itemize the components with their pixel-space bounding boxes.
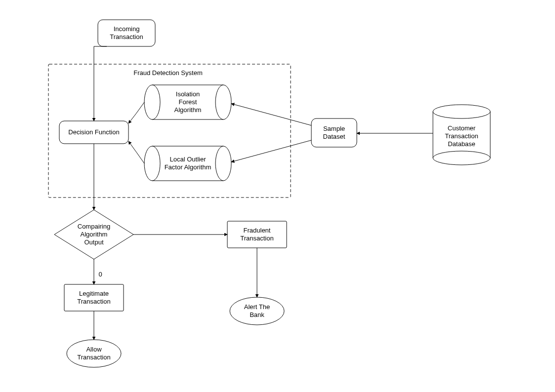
compare-output-label: CompairingAlgorithmOutput [64,220,124,249]
edge-incoming-to-decision [94,46,107,121]
sample-dataset-label: SampleDataset [311,118,357,147]
edge-lof-to-decision [128,141,144,163]
isolation-forest-label: IsolationForestAlgorithm [156,85,219,119]
incoming-transaction-label: IncomingTransaction [98,20,155,46]
alert-bank-label: Alert TheBank [230,301,284,321]
decision-function-label: Decision Function [59,121,128,144]
legit-transaction-label: LegitimateTransaction [64,284,124,311]
allow-transaction-label: AllowTransaction [67,344,121,363]
edge-sample-to-isolation [231,104,311,125]
customer-db-label: CustomerTransactionDatabase [433,115,490,158]
edge-isolation-to-decision [128,102,144,123]
system-title-label: Fraud Detection System [119,68,217,78]
edge-label-zero: 0 [97,271,104,278]
flowchart-canvas [0,0,555,392]
lof-label: Local OutlierFactor Algorithm [156,146,219,181]
fraud-transaction-label: FradulentTransaction [227,221,287,248]
edge-sample-to-lof [231,140,311,162]
